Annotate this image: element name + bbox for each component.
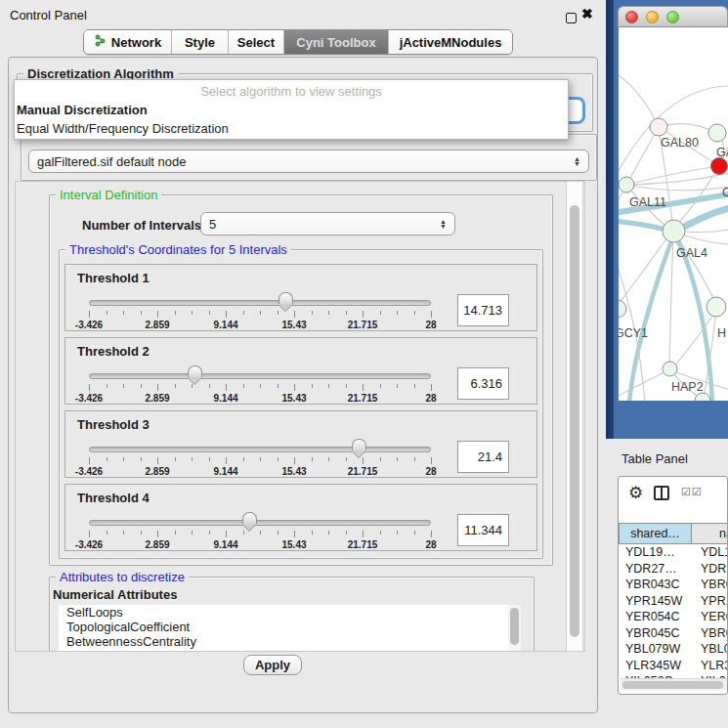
close-traffic-light-icon[interactable]: [625, 11, 638, 23]
network-tab-icon: [94, 34, 107, 50]
network-window-titlebar[interactable]: [618, 6, 728, 27]
slider-handle[interactable]: [188, 365, 202, 384]
red-node[interactable]: [711, 158, 728, 175]
slider-tick: [294, 457, 295, 464]
popup-item-equal-width-frequency-discretization[interactable]: Equal Width/Frequency Discretization: [15, 119, 568, 138]
threshold-value-field[interactable]: 11.344: [457, 514, 509, 546]
slider-track[interactable]: [89, 520, 431, 526]
slider-tick: [209, 384, 210, 388]
slider-tick: [226, 311, 227, 318]
number-of-intervals-value: 5: [209, 217, 216, 232]
cell-name: YBL0: [693, 641, 728, 658]
table-row[interactable]: YDR27…YDR2: [619, 561, 728, 578]
gray-edge[interactable]: [669, 233, 673, 365]
threshold-4-box: Threshold 4-3.4262.8599.14415.4321.71528…: [64, 484, 537, 551]
network-canvas[interactable]: GAL80GACGAL11GAL4GCY1HHAP2: [619, 27, 728, 401]
slider-tick: [397, 311, 398, 315]
slider-track[interactable]: [89, 300, 431, 306]
column-header-name[interactable]: na: [692, 523, 728, 544]
slider-tick: [175, 457, 176, 461]
control-panel: Control Panel ✖ NetworkStyleSelectCyni T…: [0, 0, 606, 728]
slider-track[interactable]: [89, 373, 431, 379]
H-node[interactable]: [707, 297, 726, 317]
gray-edge[interactable]: [626, 172, 728, 185]
slider-handle[interactable]: [278, 292, 293, 311]
popup-item-manual-discretization[interactable]: Manual Discretization: [15, 101, 568, 119]
cell-name: YLR3: [693, 658, 728, 674]
attribute-item-topologicalcoefficient[interactable]: TopologicalCoefficient: [59, 620, 508, 634]
column-header-shared[interactable]: shared…: [619, 523, 692, 544]
numerical-attributes-list[interactable]: SelfLoopsTopologicalCoefficientBetweenne…: [59, 605, 508, 651]
top-right-node[interactable]: [708, 124, 726, 142]
table-row[interactable]: YBR045CYBR0: [619, 625, 728, 642]
cell-shared-name: YER054C: [619, 609, 693, 625]
gray-edge[interactable]: [619, 71, 659, 127]
slider-tick: [175, 531, 176, 535]
slider-scale-label: 15.43: [265, 466, 323, 477]
attribute-item-betweennesscentrality[interactable]: BetweennessCentrality: [59, 634, 508, 649]
slider-tick: [346, 457, 347, 461]
GCY1-node[interactable]: [619, 300, 626, 318]
main-scrollbar[interactable]: [566, 181, 583, 652]
threshold-value-field[interactable]: 6.316: [457, 367, 509, 400]
slider-scale-label: 9.144: [196, 539, 255, 550]
apply-button[interactable]: Apply: [243, 655, 302, 675]
zoom-traffic-light-icon[interactable]: [666, 11, 679, 23]
GAL80-node[interactable]: [650, 118, 667, 136]
close-icon[interactable]: ✖: [581, 6, 593, 21]
table-data-combobox[interactable]: galFiltered.sif default node ▲▼: [28, 150, 589, 173]
gear-icon[interactable]: ⚙: [628, 483, 643, 503]
slider-tick: [192, 457, 193, 461]
tab-label: jActiveMNodules: [400, 35, 502, 50]
number-of-intervals-combobox[interactable]: 5 ▲▼: [200, 212, 455, 236]
slider-track[interactable]: [89, 447, 431, 452]
tab-label: Cyni Toolbox: [296, 35, 375, 50]
checkbox-icons[interactable]: ☑☑: [681, 486, 703, 498]
threshold-value-field[interactable]: 21.4: [457, 441, 509, 473]
slider-tick: [123, 311, 124, 315]
table-row[interactable]: YBL079WYBL0: [619, 641, 728, 658]
HAP2-node[interactable]: [663, 362, 677, 376]
table-row[interactable]: YLR345WYLR3: [619, 658, 728, 674]
slider-handle[interactable]: [242, 512, 257, 531]
attribute-item-selfloops[interactable]: SelfLoops: [59, 605, 508, 620]
split-columns-icon[interactable]: [654, 486, 669, 500]
tab-network[interactable]: Network: [84, 30, 172, 54]
table-horizontal-scrollbar[interactable]: [621, 678, 727, 690]
cell-shared-name: YDR27…: [619, 561, 693, 578]
slider-scale-label: 28: [402, 466, 460, 477]
slider-tick: [294, 311, 295, 318]
table-row[interactable]: YDL19…YDL1: [619, 544, 728, 561]
slider-scale-label: 21.715: [333, 466, 392, 477]
slider-scale-label: 2.859: [128, 393, 187, 404]
bottom-node[interactable]: [695, 393, 710, 401]
minimize-traffic-light-icon[interactable]: [646, 11, 659, 23]
attributes-list-scrollbar[interactable]: [508, 605, 521, 651]
GAL11-node[interactable]: [619, 177, 634, 193]
gray-edge[interactable]: [626, 127, 659, 185]
tab-select[interactable]: Select: [229, 30, 284, 54]
table-row[interactable]: YER054CYER0: [619, 609, 728, 625]
slider-handle[interactable]: [352, 439, 366, 457]
slider-tick: [141, 384, 142, 388]
slider-tick: [363, 531, 364, 537]
tab-style[interactable]: Style: [172, 30, 229, 54]
slider-tick: [346, 311, 347, 315]
table-row[interactable]: YBR043CYBR0: [619, 577, 728, 593]
slider-tick: [380, 457, 381, 461]
network-graph: GAL80GACGAL11GAL4GCY1HHAP2: [619, 27, 728, 401]
cell-name: YER0: [693, 609, 728, 625]
slider-tick: [89, 457, 90, 464]
slider-tick: [209, 457, 210, 461]
tab-jactivemnodules[interactable]: jActiveMNodules: [389, 30, 512, 54]
threshold-value-field[interactable]: 14.713: [457, 294, 509, 326]
tab-cyni-toolbox[interactable]: Cyni Toolbox: [284, 30, 389, 54]
table-row[interactable]: YPR145WYPR1: [619, 593, 728, 610]
GAL4-node[interactable]: [663, 220, 685, 242]
teal-edge[interactable]: [619, 221, 665, 230]
gray-edge[interactable]: [626, 185, 728, 191]
float-window-icon[interactable]: [566, 13, 577, 23]
node-label-ga: GA: [716, 146, 728, 159]
table-panel-box: ⚙ ☑☑ shared… na YDL19…YDL1YDR27…YDR2YBR0…: [618, 476, 728, 695]
slider-tick: [380, 531, 381, 535]
